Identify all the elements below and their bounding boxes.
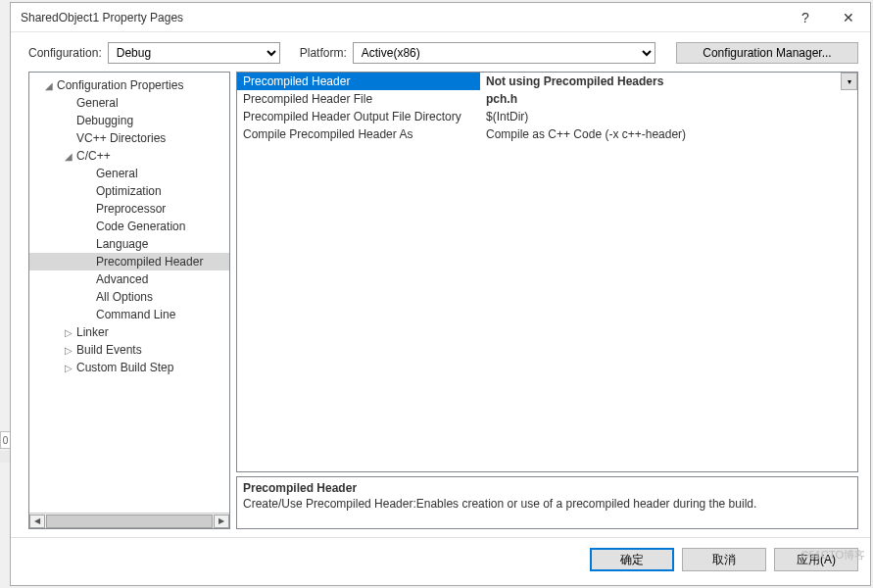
configuration-label: Configuration: [28,46,102,60]
description-title: Precompiled Header [243,481,851,495]
property-grid[interactable]: Precompiled HeaderNot using Precompiled … [236,72,858,472]
property-row[interactable]: Precompiled HeaderNot using Precompiled … [237,73,857,90]
tree-node-label: Optimization [94,184,162,198]
tree-node[interactable]: ▷Linker [29,323,229,341]
ok-button[interactable]: 确定 [590,548,674,571]
tree-horizontal-scrollbar[interactable]: ◀ ▶ [29,513,229,528]
tree-node-label: Linker [74,325,109,339]
tree-node-label: General [74,96,119,110]
close-button[interactable]: ✕ [827,3,870,32]
property-row[interactable]: Precompiled Header Output File Directory… [237,108,857,125]
help-button[interactable]: ? [784,3,827,32]
tree-node[interactable]: General [29,165,229,182]
property-name: Compile Precompiled Header As [237,125,480,143]
property-value[interactable]: $(IntDir) [480,110,857,123]
tree-node-label: Language [94,237,148,251]
tree-node-label: Debugging [74,114,133,127]
tree-node-label: Precompiled Header [94,255,203,269]
tree-node-label: Preprocessor [94,202,166,216]
tree-node[interactable]: Debugging [29,112,229,129]
tree-node[interactable]: General [29,94,229,112]
platform-label: Platform: [300,46,347,60]
tree-node-label: General [94,167,138,180]
chevron-down-icon[interactable]: ◢ [43,80,55,91]
cancel-button[interactable]: 取消 [682,548,766,571]
property-row[interactable]: Precompiled Header Filepch.h [237,90,857,108]
property-value[interactable]: Compile as C++ Code (-x c++-header) [480,127,857,141]
property-name: Precompiled Header File [237,90,480,108]
tree-node[interactable]: Precompiled Header [29,253,229,270]
tree-node[interactable]: Advanced [29,270,229,288]
titlebar: SharedObject1 Property Pages ? ✕ [11,3,870,32]
dialog-footer: 确定 取消 应用(A) [11,537,870,585]
tree-node[interactable]: ◢Configuration Properties [29,76,229,94]
tree-node[interactable]: Command Line [29,306,229,323]
tree-node-label: C/C++ [74,149,111,163]
tree-node[interactable]: Language [29,235,229,253]
tree-node-label: Build Events [74,343,142,357]
property-pages-dialog: SharedObject1 Property Pages ? ✕ Configu… [10,2,871,586]
tree-node[interactable]: Code Generation [29,218,229,235]
description-panel: Precompiled Header Create/Use Precompile… [236,476,858,529]
tree-node[interactable]: ◢C/C++ [29,147,229,165]
property-name: Precompiled Header Output File Directory [237,108,480,125]
dropdown-icon[interactable]: ▾ [841,73,857,90]
window-title: SharedObject1 Property Pages [21,11,784,24]
property-value[interactable]: pch.h [480,92,857,106]
background-editor-slice: 0 [0,431,10,470]
configuration-dropdown[interactable]: Debug [108,42,280,64]
tree-node[interactable]: Optimization [29,182,229,200]
tree-node-label: Configuration Properties [55,78,183,92]
tree-node[interactable]: All Options [29,288,229,306]
tree-node[interactable]: ▷Custom Build Step [29,359,229,376]
scroll-left-icon[interactable]: ◀ [29,514,45,528]
category-tree[interactable]: ◢Configuration PropertiesGeneralDebuggin… [28,72,230,529]
config-toolbar: Configuration: Debug Platform: Active(x8… [11,32,870,72]
chevron-right-icon[interactable]: ▷ [63,345,74,356]
property-name: Precompiled Header [237,73,480,90]
tree-node-label: Advanced [94,272,148,286]
description-text: Create/Use Precompiled Header:Enables cr… [243,497,851,511]
tree-node[interactable]: VC++ Directories [29,129,229,147]
tree-node-label: Code Generation [94,220,185,233]
property-value[interactable]: Not using Precompiled Headers [480,74,857,88]
platform-dropdown[interactable]: Active(x86) [353,42,655,64]
tree-node[interactable]: Preprocessor [29,200,229,218]
scroll-thumb[interactable] [46,514,213,528]
apply-button[interactable]: 应用(A) [774,548,858,571]
tree-node-label: All Options [94,290,153,304]
tree-node-label: Command Line [94,308,175,321]
property-row[interactable]: Compile Precompiled Header AsCompile as … [237,125,857,143]
configuration-manager-button[interactable]: Configuration Manager... [676,42,858,64]
tree-node[interactable]: ▷Build Events [29,341,229,359]
scroll-right-icon[interactable]: ▶ [214,514,229,528]
chevron-right-icon[interactable]: ▷ [63,363,74,373]
tree-node-label: Custom Build Step [74,361,173,374]
tree-node-label: VC++ Directories [74,131,166,145]
chevron-down-icon[interactable]: ◢ [63,151,74,162]
chevron-right-icon[interactable]: ▷ [63,327,74,338]
